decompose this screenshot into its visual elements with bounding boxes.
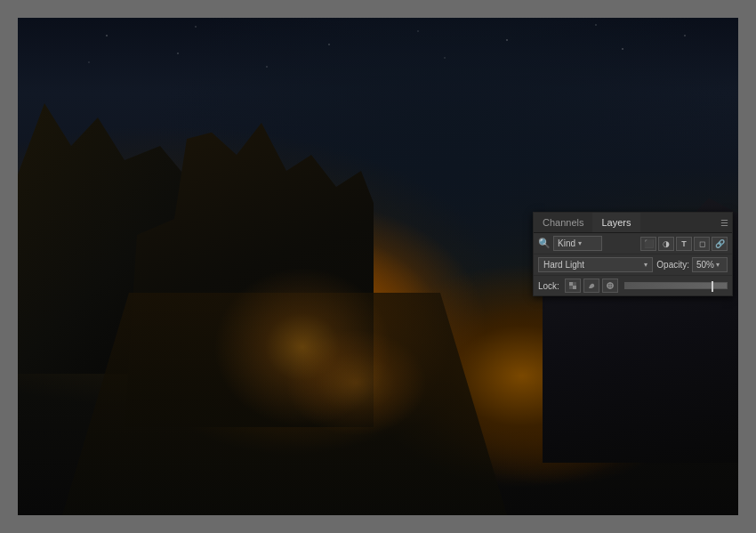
chevron-down-icon-blend: ▾ [644,261,647,269]
panel-tabs: Channels Layers ☰ [534,213,732,233]
filter-type-icon[interactable]: T [676,237,692,251]
chevron-down-icon: ▾ [578,239,582,247]
opacity-value[interactable]: 50% ▾ [692,257,728,272]
blend-mode-value: Hard Light [543,260,584,270]
blend-opacity-row: Hard Light ▾ Opacity: 50% ▾ [534,254,732,276]
svg-rect-0 [569,282,573,286]
lock-position-btn[interactable] [602,279,618,293]
kind-dropdown[interactable]: Kind ▾ [553,236,602,251]
filter-smart-icon[interactable]: 🔗 [712,237,728,251]
filter-shape-icon[interactable]: ◻ [694,237,710,251]
blend-mode-dropdown[interactable]: Hard Light ▾ [538,257,653,272]
filter-adjustment-icon[interactable]: ◑ [658,237,674,251]
search-icon: 🔍 [538,238,551,249]
fill-bar-area [624,282,728,289]
lock-paint-btn[interactable] [583,279,599,293]
svg-rect-3 [569,286,573,289]
opacity-label: Opacity: [656,260,689,270]
filter-pixel-icon[interactable]: ⬛ [640,237,656,251]
opacity-section: Opacity: 50% ▾ [656,257,728,272]
lock-label: Lock: [538,281,559,291]
tab-layers[interactable]: Layers [592,213,639,232]
filter-icons: ⬛ ◑ T ◻ 🔗 [640,237,728,251]
svg-rect-2 [573,282,576,286]
lock-row: Lock: [534,276,732,295]
canvas-area: Channels Layers ☰ 🔍 Kind ▾ ⬛ ◑ T ◻ 🔗 [18,18,738,515]
fill-bar-thumb [712,281,713,292]
chevron-down-icon-opacity: ▾ [716,261,720,269]
tab-channels[interactable]: Channels [534,213,592,232]
filter-row: 🔍 Kind ▾ ⬛ ◑ T ◻ 🔗 [534,233,732,254]
svg-rect-1 [573,286,576,289]
lock-transparent-btn[interactable] [565,279,581,293]
panel-menu-icon[interactable]: ☰ [720,218,728,228]
layers-panel: Channels Layers ☰ 🔍 Kind ▾ ⬛ ◑ T ◻ 🔗 [533,212,733,296]
light-glow-2 [285,329,427,436]
